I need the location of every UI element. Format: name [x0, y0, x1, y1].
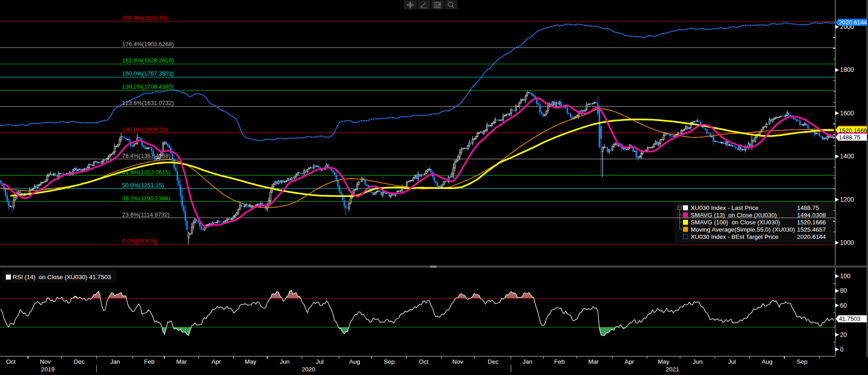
svg-text:176.4%(1903.6268): 176.4%(1903.6268)	[122, 41, 174, 47]
svg-text:Oct: Oct	[419, 358, 428, 365]
svg-text:Moving Average(Simple,55,0) (X: Moving Average(Simple,55,0) (XU030)	[691, 226, 795, 233]
svg-text:50.0%(1251.15): 50.0%(1251.15)	[122, 182, 164, 189]
svg-text:Sep: Sep	[797, 358, 807, 365]
svg-text:Aug: Aug	[349, 358, 360, 365]
svg-text:Apr: Apr	[211, 358, 221, 365]
svg-text:41.7503: 41.7503	[839, 315, 861, 322]
svg-text:Dec: Dec	[74, 358, 85, 365]
svg-text:1200: 1200	[840, 196, 854, 203]
svg-text:Apr: Apr	[625, 358, 635, 365]
svg-text:150.0%(1767.3501): 150.0%(1767.3501)	[122, 70, 174, 77]
svg-text:Jul: Jul	[316, 358, 323, 365]
svg-text:0.0%(993.05): 0.0%(993.05)	[122, 237, 157, 244]
svg-text:200.0%(2025.45): 200.0%(2025.45)	[122, 14, 167, 21]
svg-text:Jan: Jan	[522, 358, 532, 365]
svg-text:SMAVG (13) on Close (XU030): SMAVG (13) on Close (XU030)	[691, 212, 777, 218]
svg-text:20: 20	[840, 331, 847, 338]
svg-text:1494.0308: 1494.0308	[797, 212, 826, 218]
svg-text:38.2%(1190.2384): 38.2%(1190.2384)	[122, 195, 170, 202]
svg-text:138.2%(1706.4385): 138.2%(1706.4385)	[122, 83, 174, 90]
svg-text:XU030 Index - Last Price: XU030 Index - Last Price	[691, 204, 759, 211]
svg-text:1525.4657: 1525.4657	[797, 226, 826, 233]
svg-text:Jan: Jan	[110, 358, 120, 365]
svg-text:2021: 2021	[666, 366, 679, 373]
svg-text:0: 0	[840, 346, 844, 353]
svg-text:Jul: Jul	[728, 358, 736, 365]
svg-text:XU030 Index - BEst Target Pric: XU030 Index - BEst Target Price	[691, 233, 778, 240]
svg-text:1800: 1800	[840, 66, 854, 73]
svg-text:76.4%(1387.4268): 76.4%(1387.4268)	[122, 152, 171, 159]
svg-text:2020: 2020	[302, 366, 315, 373]
svg-text:Jun: Jun	[693, 358, 703, 365]
svg-text:1400: 1400	[840, 152, 854, 160]
svg-text:Feb: Feb	[144, 358, 154, 365]
svg-text:Nov: Nov	[40, 358, 51, 365]
svg-text:1000: 1000	[840, 239, 854, 246]
svg-text:May: May	[245, 358, 256, 365]
svg-text:2020.6144: 2020.6144	[797, 233, 826, 240]
svg-text:1488.75: 1488.75	[797, 204, 819, 211]
svg-text:2019: 2019	[41, 366, 55, 373]
svg-text:1520.1666: 1520.1666	[797, 219, 826, 226]
svg-text:1600: 1600	[840, 109, 854, 117]
svg-text:Mar: Mar	[176, 358, 187, 365]
svg-text:Oct: Oct	[6, 358, 15, 365]
svg-text:Sep: Sep	[384, 358, 394, 365]
svg-text:Feb: Feb	[554, 358, 564, 365]
svg-text:Dec: Dec	[488, 358, 498, 365]
svg-text:Mar: Mar	[588, 358, 599, 365]
svg-text:23.6%(1114.8732): 23.6%(1114.8732)	[122, 211, 170, 218]
svg-text:Nov: Nov	[452, 358, 463, 365]
svg-text:161.8%(1828.2616): 161.8%(1828.2616)	[122, 57, 174, 64]
svg-text:SMAVG (100) on Close (XU030): SMAVG (100) on Close (XU030)	[691, 219, 780, 226]
svg-text:May: May	[658, 358, 669, 365]
svg-text:Aug: Aug	[762, 358, 773, 365]
svg-text:Jun: Jun	[280, 358, 289, 365]
svg-text:100.0%(1509.25): 100.0%(1509.25)	[122, 126, 167, 133]
svg-text:RSI (14) on Close (XU030) 41.: RSI (14) on Close (XU030) 41.7503	[13, 274, 111, 280]
svg-text:2020.6144: 2020.6144	[839, 19, 867, 26]
svg-text:60: 60	[840, 302, 847, 309]
svg-text:80: 80	[840, 287, 847, 294]
svg-text:100: 100	[840, 272, 851, 280]
svg-text:1488.75: 1488.75	[839, 134, 861, 141]
